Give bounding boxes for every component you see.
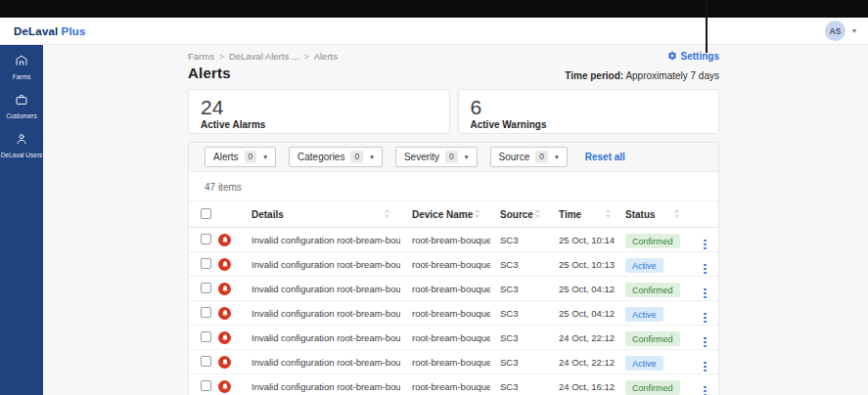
alert-source: SC3: [490, 357, 551, 368]
table-row: Invalid configuration root-bream-bouquet…: [189, 252, 718, 277]
row-menu-cell: [690, 326, 719, 349]
alarm-icon: [218, 283, 231, 295]
sort-icon[interactable]: [673, 209, 680, 220]
select-all-checkbox[interactable]: [201, 208, 211, 219]
kebab-menu-icon[interactable]: [702, 335, 708, 350]
column-label: Status: [625, 209, 656, 220]
status-cell: Confirmed: [621, 329, 690, 347]
chevron-down-icon[interactable]: ▾: [852, 26, 856, 35]
active-warnings-label: Active Warnings: [471, 119, 708, 130]
alarm-icon: [218, 258, 231, 271]
kebab-menu-icon[interactable]: [702, 238, 708, 252]
active-warnings-count: 6: [471, 96, 708, 118]
categories-filter-dropdown[interactable]: Categories 0 ▾: [289, 147, 383, 167]
row-checkbox-cell: [189, 377, 218, 395]
row-icon-cell: [218, 331, 244, 344]
kebab-menu-icon[interactable]: [702, 311, 708, 326]
logo-secondary: Plus: [62, 25, 86, 37]
row-icon-cell: [218, 356, 244, 369]
sort-icon[interactable]: [605, 209, 612, 220]
breadcrumb-item-farms[interactable]: Farms: [188, 51, 214, 62]
row-checkbox-cell: [189, 255, 218, 273]
filter-count-badge: 0: [445, 151, 458, 162]
device-name: root-bream-bouquet: [400, 332, 490, 343]
sort-icon[interactable]: [474, 209, 480, 220]
delaval-plus-logo[interactable]: DeLaval Plus: [14, 25, 86, 37]
avatar[interactable]: AS: [825, 21, 845, 41]
filter-label: Alerts: [213, 152, 239, 162]
alert-details: Invalid configuration root-bream-bouquet: [244, 259, 400, 270]
alert-time: 24 Oct, 16:12: [551, 381, 621, 392]
kebab-menu-icon[interactable]: [702, 360, 708, 374]
barn-icon: [15, 54, 28, 71]
row-icon-cell: [218, 380, 244, 393]
row-checkbox[interactable]: [201, 258, 211, 269]
row-checkbox[interactable]: [201, 331, 211, 342]
device-name: root-bream-bouquet: [400, 357, 490, 368]
alert-source: SC3: [490, 308, 551, 319]
kebab-menu-icon[interactable]: [702, 286, 708, 301]
row-checkbox-cell: [189, 353, 218, 371]
status-badge: Confirmed: [625, 234, 680, 248]
column-header-device-name[interactable]: Device Name: [400, 209, 490, 220]
row-checkbox[interactable]: [201, 356, 211, 367]
page-title: Alerts: [188, 65, 231, 81]
sidebar-item-customers[interactable]: Customers: [0, 93, 43, 119]
source-filter-dropdown[interactable]: Source 0 ▾: [490, 147, 568, 167]
row-icon-cell: [218, 258, 244, 271]
row-checkbox[interactable]: [201, 234, 211, 244]
breadcrumb-item-delaval-alerts[interactable]: DeLaval Alerts ...: [229, 51, 299, 62]
kebab-menu-icon[interactable]: [702, 384, 708, 395]
reset-all-link[interactable]: Reset all: [585, 152, 625, 162]
sidebar-item-delaval-users[interactable]: DeLaval Users: [0, 132, 43, 158]
sidebar-item-label: Farms: [13, 73, 30, 80]
column-header-source[interactable]: Source: [490, 209, 551, 220]
sidebar-item-farms[interactable]: Farms: [0, 54, 43, 80]
row-menu-cell: [690, 252, 719, 276]
status-cell: Active: [621, 304, 690, 323]
device-name: root-bream-bouquet: [400, 308, 490, 319]
breadcrumb-separator: >: [304, 52, 309, 62]
status-badge: Active: [625, 307, 663, 322]
content-column: Farms > DeLaval Alerts ... > Alerts Sett…: [188, 45, 719, 395]
row-menu-cell: [690, 374, 719, 395]
device-name: root-bream-bouquet: [400, 259, 490, 270]
active-alarms-label: Active Alarms: [201, 119, 437, 130]
active-warnings-card: 6 Active Warnings: [458, 89, 720, 134]
status-cell: Confirmed: [621, 231, 690, 249]
alarm-icon: [218, 307, 231, 320]
severity-filter-dropdown[interactable]: Severity 0 ▾: [395, 147, 478, 167]
settings-link[interactable]: Settings: [667, 51, 719, 63]
alarm-icon: [218, 234, 231, 246]
annotation-pointer-line: [706, 0, 708, 53]
chevron-down-icon: ▾: [370, 153, 374, 161]
row-checkbox[interactable]: [201, 283, 211, 293]
row-checkbox[interactable]: [201, 307, 211, 318]
alert-details: Invalid configuration root-bream-bouquet: [244, 284, 400, 294]
app-window: DeLaval Plus AS ▾ Farms Customers: [0, 0, 868, 395]
column-header-time[interactable]: Time: [551, 209, 621, 220]
alert-source: SC3: [490, 235, 551, 245]
table-row: Invalid configuration root-bream-bouquet…: [189, 228, 718, 252]
sort-icon[interactable]: [384, 209, 390, 220]
filter-count-badge: 0: [245, 151, 257, 162]
row-icon-cell: [218, 234, 244, 246]
status-badge: Confirmed: [625, 380, 680, 395]
column-header-details[interactable]: Details: [244, 209, 400, 220]
gear-icon: [667, 51, 677, 63]
row-checkbox[interactable]: [201, 380, 211, 391]
kebab-menu-icon[interactable]: [702, 262, 708, 277]
alert-time: 25 Oct, 10:13: [551, 259, 621, 270]
alert-source: SC3: [490, 284, 551, 294]
sort-icon[interactable]: [534, 209, 541, 220]
column-label: Source: [500, 209, 533, 220]
column-label: Time: [559, 209, 581, 220]
alerts-filter-dropdown[interactable]: Alerts 0 ▾: [205, 147, 276, 167]
row-icon-cell: [218, 283, 244, 295]
status-cell: Confirmed: [621, 280, 690, 298]
device-name: root-bream-bouquet: [400, 235, 490, 245]
alarm-icon: [218, 380, 231, 393]
table-header-row: Details Device Name Source: [189, 200, 718, 228]
summary-cards: 24 Active Alarms 6 Active Warnings: [188, 89, 719, 134]
column-header-status[interactable]: Status: [621, 209, 690, 220]
